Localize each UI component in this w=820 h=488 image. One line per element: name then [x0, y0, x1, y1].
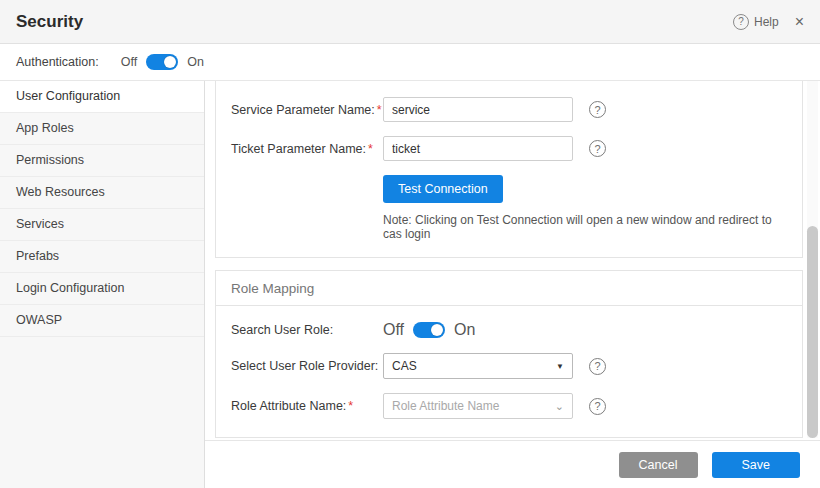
service-parameter-help-icon[interactable]: ?	[589, 101, 606, 118]
ticket-parameter-help-icon[interactable]: ?	[589, 140, 606, 157]
scroll-area: Service Parameter Name:* ? Ticket Parame…	[205, 81, 804, 440]
auth-off-label: Off	[121, 55, 137, 69]
search-user-role-label: Search User Role:	[231, 323, 383, 337]
service-parameter-label: Service Parameter Name:*	[231, 103, 383, 117]
user-role-provider-value: CAS	[392, 359, 417, 373]
vertical-scrollbar[interactable]	[807, 81, 818, 438]
sidebar-item-owasp[interactable]: OWASP	[0, 305, 204, 337]
test-connection-button[interactable]: Test Connection	[383, 175, 503, 203]
close-icon[interactable]: ×	[795, 14, 804, 30]
authentication-bar: Authentication: Off On	[0, 44, 820, 81]
service-parameter-input[interactable]	[383, 97, 573, 122]
security-dialog: Security ? Help × Authentication: Off On…	[0, 0, 820, 488]
chevron-down-icon: ⌄	[555, 400, 564, 413]
required-asterisk: *	[348, 399, 353, 413]
auth-on-label: On	[187, 55, 204, 69]
help-icon: ?	[733, 14, 749, 30]
authentication-toggle[interactable]	[146, 54, 178, 70]
search-user-role-on-label: On	[454, 321, 475, 339]
toggle-knob	[164, 56, 176, 68]
dialog-footer: Cancel Save	[205, 440, 820, 488]
test-connection-note: Note: Clicking on Test Connection will o…	[383, 213, 787, 241]
caret-down-icon: ▼	[556, 362, 564, 371]
role-attribute-placeholder: Role Attribute Name	[392, 399, 499, 413]
sidebar: User Configuration App Roles Permissions…	[0, 81, 205, 488]
authentication-label: Authentication:	[16, 55, 99, 69]
cas-settings-panel: Service Parameter Name:* ? Ticket Parame…	[215, 81, 803, 258]
role-attribute-select[interactable]: Role Attribute Name ⌄	[383, 393, 573, 419]
sidebar-item-permissions[interactable]: Permissions	[0, 145, 204, 177]
ticket-parameter-label: Ticket Parameter Name:*	[231, 142, 383, 156]
scrollbar-thumb[interactable]	[807, 226, 818, 438]
search-user-role-toggle[interactable]	[413, 322, 445, 338]
dialog-header: Security ? Help ×	[0, 0, 820, 44]
sidebar-item-prefabs[interactable]: Prefabs	[0, 241, 204, 273]
help-label: Help	[754, 15, 779, 29]
sidebar-item-user-configuration[interactable]: User Configuration	[0, 81, 204, 113]
page-title: Security	[16, 12, 83, 32]
user-role-provider-select[interactable]: CAS ▼	[383, 353, 573, 379]
sidebar-item-services[interactable]: Services	[0, 209, 204, 241]
cancel-button[interactable]: Cancel	[619, 452, 698, 478]
user-role-provider-help-icon[interactable]: ?	[589, 358, 606, 375]
save-button[interactable]: Save	[712, 452, 801, 478]
help-button[interactable]: ? Help	[733, 14, 779, 30]
toggle-knob	[431, 324, 443, 336]
sidebar-item-app-roles[interactable]: App Roles	[0, 113, 204, 145]
sidebar-item-login-configuration[interactable]: Login Configuration	[0, 273, 204, 305]
role-mapping-panel: Role Mapping Search User Role: Off On Se…	[215, 270, 803, 438]
content-area: Service Parameter Name:* ? Ticket Parame…	[205, 81, 820, 488]
user-role-provider-label: Select User Role Provider:	[231, 359, 383, 373]
role-attribute-help-icon[interactable]: ?	[589, 398, 606, 415]
ticket-parameter-input[interactable]	[383, 136, 573, 161]
role-attribute-label: Role Attribute Name:*	[231, 399, 383, 413]
required-asterisk: *	[368, 142, 373, 156]
role-mapping-title: Role Mapping	[216, 271, 802, 306]
search-user-role-off-label: Off	[383, 321, 404, 339]
required-asterisk: *	[377, 103, 382, 117]
sidebar-item-web-resources[interactable]: Web Resources	[0, 177, 204, 209]
